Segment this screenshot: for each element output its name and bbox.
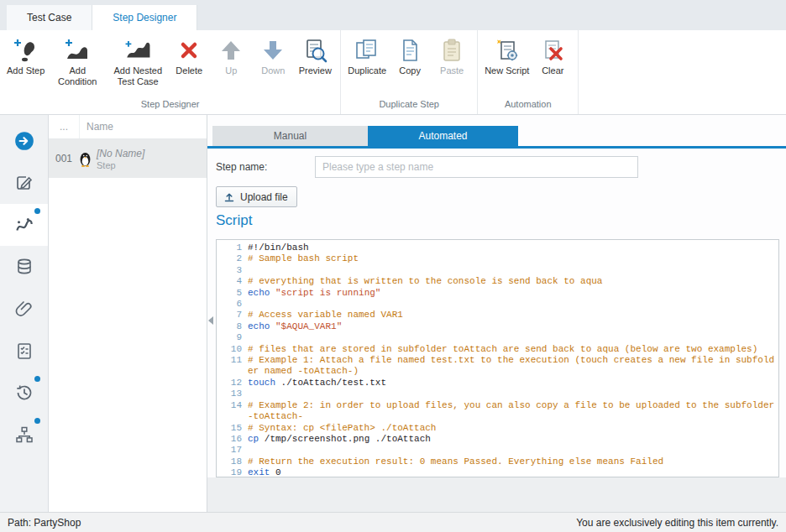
ribbon-groups: Add StepAdd ConditionAdd Nested Test Cas… xyxy=(0,30,786,114)
code-segment: "script is running" xyxy=(275,288,380,298)
notification-badge xyxy=(34,418,40,424)
steps-list-panel: ... Name 001 [No Name] Step xyxy=(49,115,207,512)
line-number: 7 xyxy=(217,310,248,321)
ribbon-buttons: DuplicateCopyPaste xyxy=(345,30,473,96)
line-number: 15 xyxy=(217,423,248,434)
editor-footer-strip xyxy=(207,477,786,512)
upload-file-button[interactable]: Upload file xyxy=(216,186,297,207)
upload-icon xyxy=(223,191,235,203)
down-icon xyxy=(259,37,287,64)
sidebar-item-checklist[interactable] xyxy=(0,330,48,372)
code-segment: # Example 1: Attach a file named test.tx… xyxy=(248,355,774,376)
code-segment: # files that are stored in subfolder toA… xyxy=(248,344,757,354)
line-number: 13 xyxy=(217,389,248,399)
code-segment: # Access variable named VAR1 xyxy=(248,310,403,320)
attachments-icon xyxy=(13,298,35,320)
duplicate-button[interactable]: Duplicate xyxy=(345,34,389,78)
sidebar-item-attachments[interactable] xyxy=(0,288,48,330)
duplicate-icon xyxy=(353,37,381,64)
preview-button[interactable]: Preview xyxy=(294,34,336,78)
copy-button[interactable]: Copy xyxy=(389,34,431,78)
sidebar-item-history[interactable] xyxy=(0,372,48,414)
ribbon-button-label: Paste xyxy=(440,65,464,76)
sidebar-item-hierarchy[interactable] xyxy=(0,414,48,456)
sidebar-item-steps[interactable] xyxy=(0,204,48,246)
code-text: # Example 1: Attach a file named test.tx… xyxy=(248,355,778,378)
steps-column-name[interactable]: Name xyxy=(80,121,113,133)
step-row-type: Step xyxy=(97,160,144,170)
code-text: #!/bin/bash xyxy=(248,243,778,253)
paste-icon xyxy=(438,37,466,64)
code-segment: touch xyxy=(248,378,281,388)
preview-icon xyxy=(301,37,329,64)
code-line: 10# files that are stored in subfolder t… xyxy=(217,344,778,355)
clear-button[interactable]: Clear xyxy=(532,34,574,78)
code-text: # Access variable named VAR1 xyxy=(248,310,778,321)
edit-icon xyxy=(13,172,35,194)
ribbon-group-duplicate-step: DuplicateCopyPasteDuplicate Step xyxy=(341,30,478,114)
copy-icon xyxy=(396,37,424,64)
app-window: Test Case Step Designer Add StepAdd Cond… xyxy=(0,0,786,532)
sidebar-item-edit[interactable] xyxy=(0,162,48,204)
step-row[interactable]: 001 [No Name] Step xyxy=(49,139,207,178)
ribbon-group-step-designer: Add StepAdd ConditionAdd Nested Test Cas… xyxy=(0,30,341,114)
line-number: 5 xyxy=(217,288,248,299)
code-text: cp /tmp/screenshot.png ./toAttach xyxy=(248,434,778,445)
status-bar: Path: PartyShop You are exclusively edit… xyxy=(0,512,786,532)
down-button[interactable]: Down xyxy=(252,34,294,78)
code-segment: #!/bin/bash xyxy=(248,243,309,253)
step-name-input[interactable] xyxy=(315,156,638,178)
delete-button[interactable]: Delete xyxy=(168,34,210,78)
collapse-panel-arrow[interactable] xyxy=(208,316,213,325)
add-nested-test-case-button[interactable]: Add Nested Test Case xyxy=(107,34,168,88)
code-text: echo "$AQUA_VAR1" xyxy=(248,321,778,332)
paste-button[interactable]: Paste xyxy=(431,34,473,78)
history-icon xyxy=(13,382,35,404)
sidebar-item-navigate[interactable] xyxy=(0,120,48,162)
line-number: 11 xyxy=(217,355,248,378)
notification-badge xyxy=(34,376,40,382)
ribbon-button-label: New Script xyxy=(485,65,529,76)
ribbon-group-automation: New ScriptClearAutomation xyxy=(478,30,579,114)
code-text xyxy=(248,445,778,456)
step-name-label: Step name: xyxy=(216,156,267,178)
line-number: 4 xyxy=(217,276,248,287)
code-segment: ./toAttach/test.txt xyxy=(281,378,386,388)
code-line: 12touch ./toAttach/test.txt xyxy=(217,378,778,389)
code-line: 18# Return the execution result: 0 means… xyxy=(217,456,778,467)
code-text: # Sample bash script xyxy=(248,253,778,264)
up-button[interactable]: Up xyxy=(210,34,252,78)
add-step-button[interactable]: Add Step xyxy=(4,34,47,78)
ribbon-button-label: Up xyxy=(225,65,237,76)
new-script-icon xyxy=(493,37,521,64)
code-line: 7# Access variable named VAR1 xyxy=(217,310,778,321)
ribbon-group-label: Step Designer xyxy=(4,96,336,114)
code-line: 6 xyxy=(217,299,778,310)
tab-underline xyxy=(207,146,786,149)
delete-icon xyxy=(175,37,203,64)
tab-automated[interactable]: Automated xyxy=(368,126,518,146)
new-script-button[interactable]: New Script xyxy=(482,34,532,78)
steps-column-options[interactable]: ... xyxy=(49,115,80,138)
code-line: 15# Syntax: cp <filePath> ./toAttach xyxy=(217,423,778,434)
code-segment: # Example 2: in order to upload files, y… xyxy=(248,400,779,421)
code-line: 3 xyxy=(217,265,778,276)
code-segment: echo xyxy=(248,288,275,298)
tab-step-designer[interactable]: Step Designer xyxy=(92,5,197,30)
code-segment: cp xyxy=(248,434,265,444)
script-code-editor[interactable]: 1#!/bin/bash2# Sample bash script34# eve… xyxy=(216,239,779,477)
navigate-icon xyxy=(13,130,35,152)
tab-manual[interactable]: Manual xyxy=(212,126,368,146)
code-text: # files that are stored in subfolder toA… xyxy=(248,344,778,355)
code-segment: echo xyxy=(248,321,275,331)
tab-test-case[interactable]: Test Case xyxy=(7,5,92,30)
ribbon-buttons: New ScriptClear xyxy=(482,30,574,96)
add-condition-button[interactable]: Add Condition xyxy=(47,34,107,88)
script-heading: Script xyxy=(216,212,252,229)
sidebar-item-database[interactable] xyxy=(0,246,48,288)
code-segment: exit xyxy=(248,467,275,477)
line-number: 14 xyxy=(217,400,248,423)
add-condition-icon xyxy=(63,37,92,64)
tab-step-designer-label: Step Designer xyxy=(113,12,176,23)
code-line: 8echo "$AQUA_VAR1" xyxy=(217,321,778,332)
